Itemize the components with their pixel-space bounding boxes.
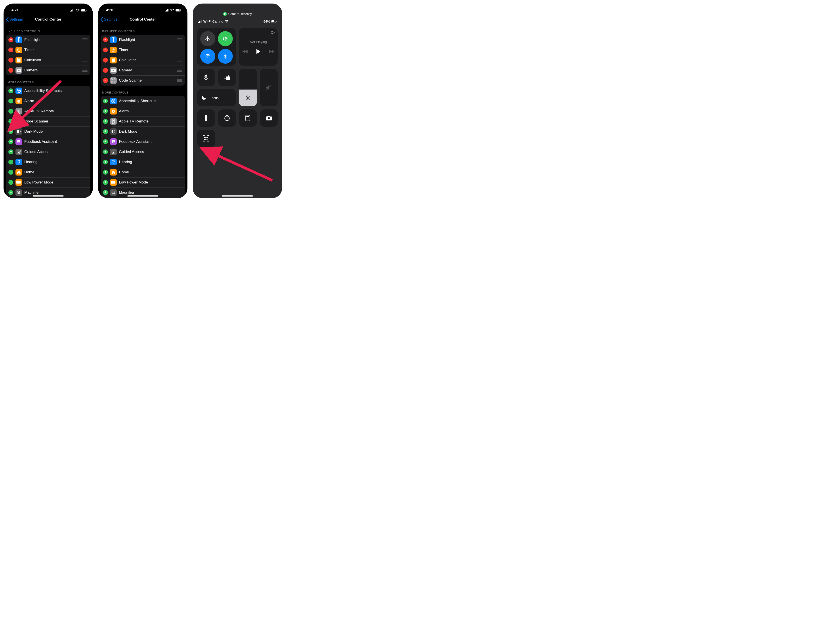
rewind-icon[interactable] [242, 50, 248, 53]
control-row[interactable]: Alarm [101, 106, 185, 116]
control-row[interactable]: Apple TV Remote [6, 106, 90, 116]
home-indicator[interactable] [222, 196, 253, 197]
control-row[interactable]: Hearing [101, 157, 185, 167]
control-row[interactable]: Flashlight [6, 35, 90, 45]
add-button[interactable] [103, 99, 108, 103]
add-button[interactable] [8, 129, 13, 134]
control-row[interactable]: Code Scanner [6, 116, 90, 126]
add-button[interactable] [8, 160, 13, 164]
connectivity-panel[interactable] [197, 28, 236, 66]
brightness-slider[interactable] [239, 69, 257, 106]
remove-button[interactable] [8, 48, 13, 52]
status-icons [70, 9, 87, 12]
cellular-data-toggle[interactable] [218, 31, 233, 46]
svg-point-18 [19, 111, 19, 112]
control-row[interactable]: Hearing [6, 157, 90, 167]
airplane-mode-toggle[interactable] [200, 31, 215, 46]
play-icon[interactable] [256, 49, 260, 54]
remove-button[interactable] [103, 68, 108, 73]
airplay-icon[interactable] [271, 30, 275, 35]
reorder-handle[interactable] [82, 69, 88, 72]
control-row[interactable]: Accessibility Shortcuts [6, 86, 90, 96]
privacy-indicator[interactable]: Camera, recently [193, 3, 282, 16]
add-button[interactable] [8, 180, 13, 185]
control-row[interactable]: !Feedback Assistant [101, 137, 185, 147]
add-button[interactable] [103, 180, 108, 185]
control-row[interactable]: Dark Mode [101, 126, 185, 137]
focus-toggle[interactable]: Focus [197, 89, 236, 106]
control-row[interactable]: Music Recognition [6, 197, 90, 198]
add-button[interactable] [103, 139, 108, 144]
reorder-handle[interactable] [82, 59, 88, 61]
control-row[interactable]: Camera [101, 65, 185, 75]
timer-button[interactable] [218, 109, 236, 127]
control-row[interactable]: Calculator [6, 55, 90, 65]
control-row[interactable]: Home [101, 167, 185, 177]
control-row[interactable]: Timer [101, 45, 185, 55]
add-button[interactable] [8, 88, 13, 93]
volume-slider[interactable] [260, 69, 278, 106]
control-row[interactable]: Accessibility Shortcuts [101, 96, 185, 106]
control-row[interactable]: Camera [6, 65, 90, 75]
svg-point-63 [114, 123, 114, 123]
home-indicator[interactable] [33, 196, 64, 197]
remove-button[interactable] [103, 78, 108, 83]
add-button[interactable] [103, 160, 108, 164]
control-row[interactable]: Flashlight [101, 35, 185, 45]
wifi-toggle[interactable] [200, 49, 215, 64]
control-row[interactable]: Timer [6, 45, 90, 55]
remove-button[interactable] [8, 68, 13, 73]
flashlight-button[interactable] [197, 109, 215, 127]
control-row[interactable]: Code Scanner [101, 75, 185, 85]
home-indicator[interactable] [127, 196, 158, 197]
reorder-handle[interactable] [177, 59, 182, 61]
forward-icon[interactable] [269, 50, 275, 53]
add-button[interactable] [103, 129, 108, 134]
calculator-button[interactable] [239, 109, 257, 127]
add-button[interactable] [8, 109, 13, 114]
orientation-lock-toggle[interactable] [197, 69, 215, 86]
back-button[interactable]: Settings [6, 17, 23, 22]
control-row[interactable]: Dark Mode [6, 126, 90, 137]
reorder-handle[interactable] [82, 49, 88, 51]
back-button[interactable]: Settings [100, 17, 117, 22]
control-row[interactable]: Music Recognition [101, 197, 185, 198]
screen-mirroring-toggle[interactable] [218, 69, 236, 86]
code-scanner-button[interactable] [197, 130, 215, 147]
add-button[interactable] [8, 119, 13, 124]
reorder-handle[interactable] [82, 39, 88, 41]
remove-button[interactable] [8, 58, 13, 63]
camera-button[interactable] [260, 109, 278, 127]
add-button[interactable] [8, 190, 13, 195]
control-row[interactable]: Low Power Mode [101, 177, 185, 187]
add-button[interactable] [103, 109, 108, 114]
control-row[interactable]: Alarm [6, 96, 90, 106]
included-controls-list: FlashlightTimerCalculatorCameraCode Scan… [101, 35, 185, 85]
control-row[interactable]: Calculator [101, 55, 185, 65]
add-button[interactable] [8, 99, 13, 103]
add-button[interactable] [103, 150, 108, 154]
svg-rect-10 [18, 58, 20, 59]
bluetooth-toggle[interactable] [218, 49, 233, 64]
remove-button[interactable] [103, 58, 108, 63]
reorder-handle[interactable] [177, 79, 182, 82]
media-panel[interactable]: Not Playing [239, 28, 278, 66]
remove-button[interactable] [8, 37, 13, 42]
add-button[interactable] [8, 150, 13, 154]
reorder-handle[interactable] [177, 39, 182, 41]
control-row[interactable]: !Feedback Assistant [6, 137, 90, 147]
add-button[interactable] [103, 119, 108, 124]
reorder-handle[interactable] [177, 49, 182, 51]
control-row[interactable]: Guided Access [6, 147, 90, 157]
add-button[interactable] [8, 170, 13, 175]
reorder-handle[interactable] [177, 69, 182, 72]
control-row[interactable]: Low Power Mode [6, 177, 90, 187]
control-row[interactable]: Guided Access [101, 147, 185, 157]
remove-button[interactable] [103, 37, 108, 42]
add-button[interactable] [103, 170, 108, 175]
add-button[interactable] [103, 190, 108, 195]
remove-button[interactable] [103, 48, 108, 52]
add-button[interactable] [8, 139, 13, 144]
control-row[interactable]: Home [6, 167, 90, 177]
control-row[interactable]: Apple TV Remote [101, 116, 185, 126]
